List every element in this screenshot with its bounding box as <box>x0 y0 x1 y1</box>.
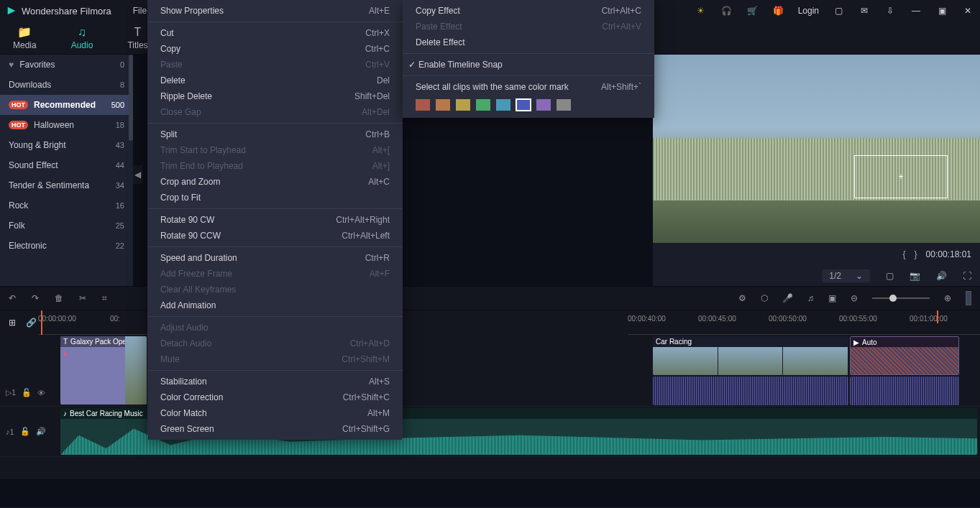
tips-icon[interactable]: ☀ <box>695 4 707 17</box>
maximize-icon[interactable]: ▣ <box>935 4 948 17</box>
sidebar-item-label: Favorites <box>19 60 55 70</box>
marker-icon[interactable]: ⬡ <box>761 293 768 303</box>
sidebar-item-folk[interactable]: Folk25 <box>0 216 133 236</box>
menu-item-color-correction[interactable]: Color CorrectionCtrl+Shift+C <box>147 389 403 405</box>
menu-item-rotate-cw[interactable]: Rotate 90 CWCtrl+Alt+Right <box>147 212 403 228</box>
menu-item-green-screen[interactable]: Green ScreenCtrl+Shift+G <box>147 421 403 437</box>
color-swatch[interactable] <box>516 99 531 111</box>
color-swatch[interactable] <box>536 99 551 111</box>
bracket-in[interactable]: { <box>903 249 906 259</box>
color-swatch[interactable] <box>416 99 430 111</box>
sidebar-item-downloads[interactable]: Downloads8 <box>0 75 133 95</box>
menu-item-cut[interactable]: CutCtrl+X <box>147 25 403 41</box>
display-icon[interactable]: ▢ <box>886 271 894 281</box>
timeline-marker-handle[interactable] <box>966 291 971 305</box>
music-icon: ♪ <box>63 410 67 417</box>
clip-title: Galaxy Pack Ope <box>70 338 127 346</box>
sidebar-item-electronic[interactable]: Electronic22 <box>0 236 133 256</box>
tab-media[interactable]: 📁 Media <box>7 22 42 53</box>
sidebar-item-label: Tender & Sentimenta <box>9 180 89 190</box>
undo-icon[interactable]: ↶ <box>9 293 16 303</box>
color-swatch[interactable] <box>476 99 490 111</box>
preview-video[interactable] <box>653 55 980 263</box>
menu-item-label: Select all clips with the same color mar… <box>416 82 569 92</box>
sidebar-item-tender-sentimenta[interactable]: Tender & Sentimenta34 <box>0 175 133 195</box>
menu-item-delete[interactable]: DeleteDel <box>147 73 403 88</box>
menu-item-speed-and-duration[interactable]: Speed and DurationCtrl+R <box>147 250 403 266</box>
color-swatch[interactable] <box>456 99 470 111</box>
sidebar-item-favorites[interactable]: ♥Favorites0 <box>0 55 133 75</box>
sidebar-item-sound-effect[interactable]: Sound Effect44 <box>0 155 133 175</box>
gift-icon[interactable]: 🎁 <box>772 4 785 17</box>
lock-icon[interactable]: 🔓 <box>20 427 30 436</box>
lock-icon[interactable]: 🔓 <box>22 388 32 397</box>
sidebar-item-halloween[interactable]: HOTHalloween18 <box>0 115 133 135</box>
menu-item-rotate-ccw[interactable]: Rotate 90 CCWCtrl+Alt+Left <box>147 228 403 244</box>
audio-waveform <box>850 377 959 405</box>
clip-audio-linked-2[interactable] <box>850 377 959 405</box>
menu-item-mute: MuteCtrl+Shift+M <box>147 351 403 367</box>
save-icon[interactable]: ▢ <box>832 4 845 17</box>
volume-icon[interactable]: 🔊 <box>936 271 947 281</box>
crop-overlay[interactable] <box>854 155 948 198</box>
voiceover-icon[interactable]: 🎤 <box>782 293 793 303</box>
menu-item-add-animation[interactable]: Add Animation <box>147 297 403 313</box>
link-icon[interactable]: 🔗 <box>26 318 37 328</box>
menu-item-enable-timeline-snap[interactable]: ✓Enable Timeline Snap <box>403 57 654 73</box>
menu-item-label: Cut <box>160 28 174 38</box>
visibility-icon[interactable]: 👁 <box>37 389 45 397</box>
menu-item-crop-to-fit[interactable]: Crop to Fit <box>147 190 403 205</box>
render-icon[interactable]: ⚙ <box>738 293 746 303</box>
crop-icon[interactable]: ⌗ <box>102 293 107 303</box>
sidebar-item-label: Electronic <box>9 241 47 251</box>
zoom-out-icon[interactable]: ⊖ <box>851 293 858 303</box>
color-swatch[interactable] <box>436 99 450 111</box>
clip-galaxy[interactable]: T Galaxy Pack Ope ▶ ♦ <box>60 336 147 405</box>
message-icon[interactable]: ✉ <box>858 4 871 17</box>
bracket-out[interactable]: } <box>915 249 917 259</box>
menu-item-copy-effect[interactable]: Copy EffectCtrl+Alt+C <box>403 3 654 19</box>
fullscreen-icon[interactable]: ⛶ <box>963 271 971 281</box>
mute-icon[interactable]: 🔊 <box>36 427 46 436</box>
playhead-marker[interactable] <box>937 310 938 323</box>
close-icon[interactable]: ✕ <box>961 4 974 17</box>
redo-icon[interactable]: ↷ <box>32 293 39 303</box>
sidebar-item-recommended[interactable]: HOTRecommended500 <box>0 95 133 115</box>
slider-thumb[interactable] <box>889 295 897 302</box>
split-icon[interactable]: ✂ <box>79 293 86 303</box>
clip-audio-linked[interactable] <box>653 377 848 405</box>
minimize-icon[interactable]: — <box>910 4 922 17</box>
menu-item-split[interactable]: SplitCtrl+B <box>147 126 403 142</box>
tab-audio[interactable]: ♫ Audio <box>65 23 99 53</box>
sidebar-item-rock[interactable]: Rock16 <box>0 195 133 216</box>
color-swatch[interactable] <box>557 99 571 111</box>
support-icon[interactable]: 🎧 <box>720 4 733 17</box>
zoom-slider[interactable] <box>872 297 930 299</box>
mixer-icon[interactable]: ♬ <box>807 293 814 303</box>
menu-item-stabilization[interactable]: StabilizationAlt+S <box>147 374 403 389</box>
zoom-in-icon[interactable]: ⊕ <box>944 293 951 303</box>
sidebar-item-count: 8 <box>120 80 124 89</box>
menu-item-show-properties[interactable]: Show PropertiesAlt+E <box>147 3 403 19</box>
ruler-tick: 00:00:45:00 <box>698 310 769 335</box>
menu-item-select-all-clips-with-the-same-color-mark[interactable]: Select all clips with the same color mar… <box>403 79 654 95</box>
zoom-dropdown[interactable]: 1/2 ⌄ <box>822 269 870 282</box>
track-content[interactable] <box>59 457 980 478</box>
clip-car-racing[interactable]: Car Racing <box>653 336 848 375</box>
menu-item-ripple-delete[interactable]: Ripple DeleteShift+Del <box>147 88 403 104</box>
clip-auto[interactable]: ▶ Auto <box>850 336 959 375</box>
color-swatch[interactable] <box>496 99 510 111</box>
collapse-sidebar-button[interactable]: ◀ <box>133 165 142 184</box>
add-track-icon[interactable]: ⊞ <box>9 318 16 328</box>
menu-item-color-match[interactable]: Color MatchAlt+M <box>147 405 403 421</box>
keyframe-icon[interactable]: ▣ <box>828 293 836 303</box>
menu-item-copy[interactable]: CopyCtrl+C <box>147 41 403 57</box>
login-button[interactable]: Login <box>798 6 819 16</box>
download-icon[interactable]: ⇩ <box>884 4 897 17</box>
snapshot-icon[interactable]: 📷 <box>910 271 920 281</box>
menu-item-crop-and-zoom[interactable]: Crop and ZoomAlt+C <box>147 174 403 190</box>
sidebar-item-young-bright[interactable]: Young & Bright43 <box>0 135 133 155</box>
delete-icon[interactable]: 🗑 <box>55 293 63 303</box>
cart-icon[interactable]: 🛒 <box>746 4 759 17</box>
menu-item-delete-effect[interactable]: Delete Effect <box>403 34 654 50</box>
